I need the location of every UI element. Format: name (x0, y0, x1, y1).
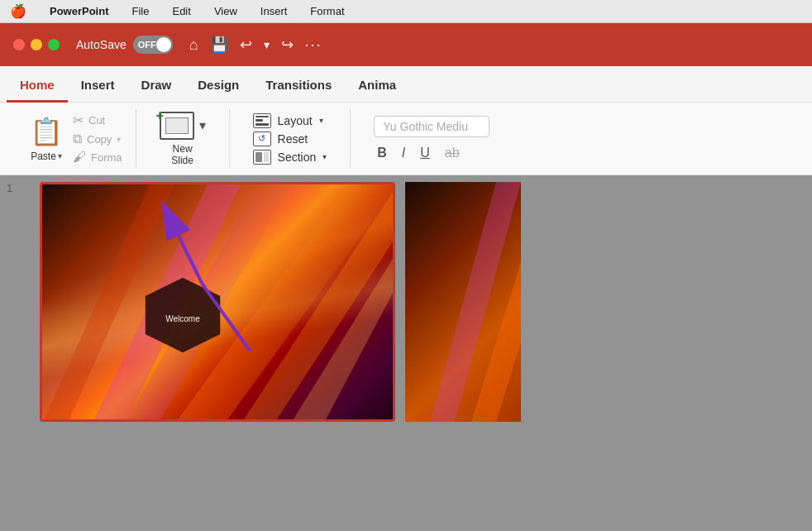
menu-powerpoint[interactable]: PowerPoint (46, 3, 112, 19)
menu-view[interactable]: View (211, 3, 241, 19)
font-group: Yu Gothic Mediu B I U ab (351, 109, 513, 168)
slide-panel[interactable]: Welcome (33, 175, 812, 531)
close-button[interactable] (13, 39, 25, 50)
slide-number: 1 (7, 182, 12, 194)
minimize-button[interactable] (31, 39, 42, 50)
copy-button[interactable]: ⧉ Copy ▾ (73, 132, 122, 146)
menu-format[interactable]: Format (307, 3, 347, 19)
new-slide-group: + ▾ New Slide (136, 109, 230, 168)
apple-logo-icon[interactable]: 🍎 (10, 3, 26, 19)
section-button[interactable]: Section ▾ (253, 150, 327, 165)
section-icon (253, 150, 271, 165)
undo-dropdown-icon[interactable]: ▾ (264, 38, 270, 51)
new-slide-button-area: + ▾ (160, 112, 206, 140)
format-painter-label: Forma (91, 151, 122, 164)
maximize-button[interactable] (48, 39, 60, 50)
font-style-row: B I U ab (374, 144, 490, 162)
cut-button[interactable]: ✂ Cut (73, 112, 122, 128)
tab-design[interactable]: Design (184, 69, 252, 103)
menu-edit[interactable]: Edit (169, 3, 193, 19)
italic-button[interactable]: I (399, 144, 408, 162)
bold-button[interactable]: B (374, 144, 390, 162)
layout-dropdown-icon[interactable]: ▾ (319, 116, 323, 125)
plus-icon: + (156, 108, 164, 123)
hexagon-svg: Welcome (141, 274, 224, 370)
section-label: Section (278, 151, 317, 164)
app-toolbar: AutoSave OFF ⌂ 💾 ↩ ▾ ↪ ··· (0, 23, 812, 66)
reset-label: Reset (278, 132, 308, 146)
reset-icon: ↺ (253, 132, 271, 146)
autosave-toggle[interactable]: OFF (133, 36, 173, 54)
welcome-text: Welcome (165, 314, 200, 323)
strikethrough-button[interactable]: ab (442, 144, 463, 162)
save-icon[interactable]: 💾 (210, 36, 228, 54)
toggle-knob (156, 37, 171, 52)
reset-button[interactable]: ↺ Reset (253, 132, 327, 146)
layout-button[interactable]: Layout ▾ (253, 113, 327, 128)
redo-icon[interactable]: ↪ (281, 36, 294, 54)
layout-label: Layout (278, 114, 313, 127)
cut-label: Cut (88, 114, 105, 127)
menu-file[interactable]: File (129, 3, 153, 19)
tab-home[interactable]: Home (7, 69, 68, 103)
format-painter-button[interactable]: 🖌 Forma (73, 150, 122, 165)
layout-group: Layout ▾ ↺ Reset Section ▾ (230, 109, 351, 168)
tab-animations[interactable]: Anima (345, 69, 409, 103)
layout-icon (253, 113, 271, 128)
autosave-area: AutoSave OFF (76, 36, 173, 54)
paste-dropdown-icon[interactable]: ▾ (58, 151, 62, 160)
slide-number-column: 1 (0, 175, 33, 531)
paste-icon: 📋 (30, 116, 63, 147)
cut-icon: ✂ (73, 112, 84, 128)
more-options-icon[interactable]: ··· (305, 36, 322, 54)
slide-thumbnail-1[interactable]: Welcome (40, 182, 395, 422)
ribbon-content: 📋 Paste ▾ ✂ Cut ⧉ Copy ▾ 🖌 Forma (0, 103, 812, 175)
tab-transitions[interactable]: Transitions (252, 69, 345, 103)
new-slide-dropdown-icon[interactable]: ▾ (199, 117, 206, 133)
slide-2-background (405, 182, 521, 422)
traffic-lights (13, 39, 60, 50)
tab-insert[interactable]: Insert (68, 69, 128, 103)
tab-draw[interactable]: Draw (128, 69, 185, 103)
clipboard-items: ✂ Cut ⧉ Copy ▾ 🖌 Forma (73, 112, 122, 165)
copy-label: Copy (87, 133, 112, 146)
slide-thumbnail-2[interactable] (405, 182, 521, 422)
underline-button[interactable]: U (417, 144, 433, 162)
slide-preview-icon (165, 117, 189, 134)
copy-icon: ⧉ (73, 132, 82, 146)
ribbon-tabs: Home Insert Draw Design Transitions Anim… (0, 66, 812, 103)
paste-button[interactable]: 📋 Paste ▾ (23, 112, 69, 165)
new-slide-label: New Slide (171, 143, 193, 166)
slide2-rays (405, 182, 521, 422)
slide-background: Welcome (42, 184, 393, 419)
new-slide-icon[interactable]: + (160, 112, 194, 140)
menu-bar: 🍎 PowerPoint File Edit View Insert Forma… (0, 0, 812, 23)
toolbar-icons: ⌂ 💾 ↩ ▾ ↪ ··· (189, 36, 322, 54)
menu-insert[interactable]: Insert (257, 3, 291, 19)
autosave-label: AutoSave (76, 38, 127, 51)
undo-icon[interactable]: ↩ (240, 36, 252, 54)
home-icon[interactable]: ⌂ (189, 36, 198, 54)
clipboard-group: 📋 Paste ▾ ✂ Cut ⧉ Copy ▾ 🖌 Forma (10, 109, 136, 168)
main-editing-area: 1 (0, 175, 812, 531)
paste-label: Paste (31, 151, 56, 162)
copy-dropdown-icon[interactable]: ▾ (117, 135, 121, 144)
font-name-selector[interactable]: Yu Gothic Mediu (374, 116, 490, 137)
format-painter-icon: 🖌 (73, 150, 86, 165)
section-dropdown-icon[interactable]: ▾ (322, 152, 327, 161)
toggle-off-label: OFF (138, 40, 156, 50)
